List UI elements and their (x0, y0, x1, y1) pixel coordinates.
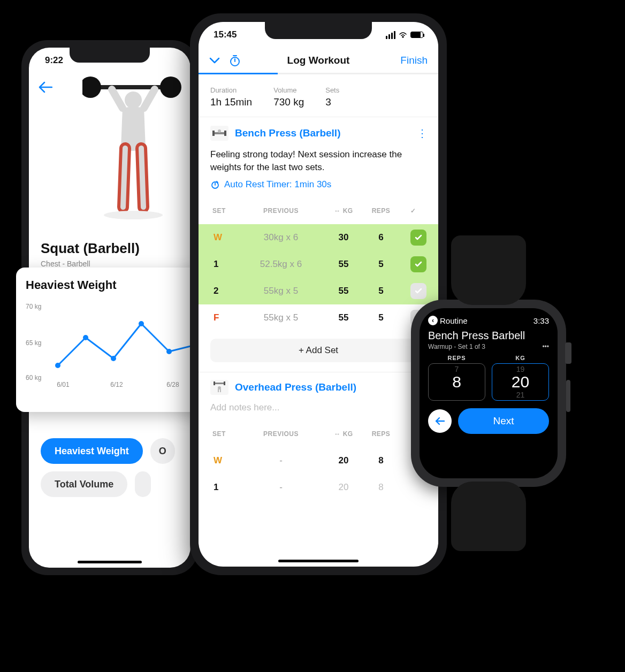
set-reps-input[interactable]: 6 (362, 232, 400, 243)
exercise-subtitle: Chest - Barbell (41, 259, 90, 268)
pill-heaviest-weight[interactable]: Heaviest Weight (41, 438, 143, 464)
finish-button[interactable]: Finish (400, 55, 428, 66)
col-set: SET (210, 430, 237, 438)
stat-duration: Duration 1h 15min (210, 86, 252, 108)
watch-frame: ‹ Routine 3:33 Bench Press Barbell Warmu… (411, 300, 566, 487)
exercise-name[interactable]: Overhead Press (Barbell) (235, 381, 426, 393)
stopwatch-icon (210, 180, 220, 189)
back-button[interactable] (39, 80, 52, 97)
arrow-left-icon (435, 417, 445, 425)
set-label: 1 (210, 482, 237, 493)
set-kg-input[interactable]: 55 (325, 286, 362, 296)
pill-one-rm[interactable]: O (150, 438, 175, 464)
col-reps: REPS (362, 430, 400, 438)
pill-more[interactable] (135, 471, 151, 497)
stat-value: 1h 15min (210, 96, 252, 108)
reps-picker[interactable]: REPS 7 8 (428, 355, 485, 401)
watch-next-button[interactable]: Next (458, 408, 549, 434)
stat-label: Duration (210, 86, 252, 94)
page-title: Log Workout (287, 55, 350, 66)
set-kg-input[interactable]: 20 (325, 455, 362, 466)
set-row[interactable]: 1-208 (199, 474, 438, 501)
svg-point-6 (83, 335, 88, 340)
notch (70, 48, 150, 63)
exercise-menu-icon[interactable]: ⋮ (417, 127, 426, 140)
set-table: SET PREVIOUS ↔ KG REPS ✓ W30kg x 6306152… (210, 197, 426, 331)
home-indicator[interactable] (78, 561, 142, 563)
picker-dim: 19 (516, 365, 525, 373)
set-check-cell (400, 256, 426, 272)
home-indicator[interactable] (278, 560, 359, 562)
stat-value: 3 (325, 96, 339, 108)
set-previous: 55kg x 5 (237, 286, 325, 296)
exercise-note[interactable]: Feeling strong today! Next session incre… (210, 148, 426, 174)
set-previous: 55kg x 5 (237, 312, 325, 323)
workout-header: Log Workout Finish (199, 48, 438, 74)
status-icons (386, 31, 423, 39)
set-row[interactable]: W30kg x 6306 (199, 224, 438, 251)
set-previous: 30kg x 6 (237, 232, 325, 243)
svg-rect-17 (215, 383, 224, 384)
watch-exercise-title: Bench Press Barbell (428, 330, 549, 342)
col-previous: PREVIOUS (237, 207, 325, 215)
set-kg-input[interactable]: 55 (325, 312, 362, 323)
set-table-header: SET PREVIOUS ↔ KG REPS ✓ (210, 197, 426, 224)
rest-timer-label: Auto Rest Timer: 1min 30s (224, 179, 331, 190)
set-reps-input[interactable]: 5 (362, 286, 400, 296)
cellular-icon (386, 31, 395, 39)
watch-more-icon[interactable]: ••• (542, 343, 549, 350)
set-kg-input[interactable]: 20 (325, 482, 362, 493)
set-row[interactable]: F55kg x 5555 (199, 304, 438, 331)
set-check-cell (400, 230, 426, 246)
svg-point-9 (166, 349, 172, 354)
watch-pickers: REPS 7 8 KG 19 20 21 (428, 355, 549, 401)
svg-point-2 (160, 77, 181, 98)
chart-title: Heaviest Weight (26, 278, 194, 292)
set-kg-input[interactable]: 30 (325, 232, 362, 243)
svg-point-8 (139, 321, 144, 326)
set-check-button[interactable] (410, 256, 426, 272)
set-row[interactable]: 255kg x 5555 (199, 278, 438, 304)
exercise-thumb-icon (210, 380, 228, 395)
set-label: 2 (210, 286, 237, 296)
set-label: W (210, 455, 237, 466)
kg-picker[interactable]: KG 19 20 21 (492, 355, 549, 401)
rest-timer-button[interactable]: Auto Rest Timer: 1min 30s (210, 179, 426, 190)
set-table-header: SET PREVIOUS ↔ KG REPS (210, 421, 426, 447)
digital-crown[interactable] (565, 342, 571, 364)
picker-dim: 21 (516, 391, 525, 399)
col-kg: ↔ KG (325, 207, 362, 215)
set-row[interactable]: 152.5kg x 6555 (199, 251, 438, 278)
timer-icon[interactable] (228, 54, 241, 67)
set-reps-input[interactable]: 5 (362, 312, 400, 323)
picker-value: 20 (512, 373, 529, 391)
stat-label: Sets (325, 86, 339, 94)
chevron-down-icon[interactable] (209, 57, 220, 64)
exercise-name[interactable]: Bench Press (Barbell) (235, 127, 410, 139)
add-set-button[interactable]: + Add Set (210, 339, 426, 362)
set-check-button[interactable] (410, 230, 426, 246)
set-kg-input[interactable]: 55 (325, 259, 362, 270)
side-button[interactable] (566, 380, 570, 412)
svg-point-15 (218, 129, 221, 133)
pill-total-volume[interactable]: Total Volume (41, 471, 127, 497)
notes-input[interactable]: Add notes here... (210, 402, 426, 413)
watch-prev-button[interactable] (428, 409, 452, 433)
set-check-cell (400, 283, 426, 299)
svg-rect-13 (212, 131, 215, 136)
battery-icon (410, 32, 423, 38)
svg-rect-18 (214, 381, 215, 385)
watch-back-button[interactable]: ‹ Routine (428, 316, 468, 325)
set-row[interactable]: W-208 (199, 447, 438, 474)
set-reps-input[interactable]: 8 (362, 482, 400, 493)
stat-filter-pills: Heaviest Weight O Total Volume (41, 438, 179, 497)
exercise-block: Overhead Press (Barbell) Add notes here.… (199, 372, 438, 501)
set-label: W (210, 232, 237, 243)
set-reps-input[interactable]: 5 (362, 259, 400, 270)
set-check-button[interactable] (410, 283, 426, 299)
set-reps-input[interactable]: 8 (362, 455, 400, 466)
y-tick: 60 kg (26, 374, 41, 381)
x-tick: 6/12 (110, 381, 123, 388)
col-previous: PREVIOUS (237, 430, 325, 438)
workout-body[interactable]: Bench Press (Barbell) ⋮ Feeling strong t… (199, 118, 438, 567)
